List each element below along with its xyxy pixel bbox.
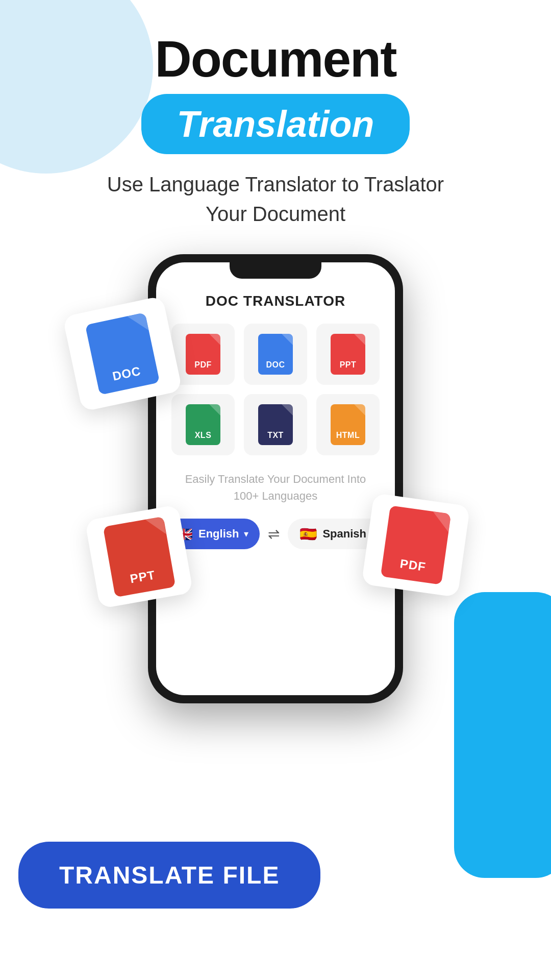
phone-translate-subtitle: Easily Translate Your Document Into 100+…: [171, 471, 380, 504]
phone-frame: DOC TRANSLATOR PDF DOC: [148, 254, 403, 703]
floating-pdf-card: PDF: [361, 493, 470, 598]
file-cell-html[interactable]: HTML: [316, 394, 380, 455]
file-cell-xls[interactable]: XLS: [171, 394, 235, 455]
floating-doc-card: DOC: [62, 296, 182, 411]
file-type-grid: PDF DOC PPT: [171, 324, 380, 455]
xls-icon: XLS: [186, 404, 220, 445]
translate-file-button-label: TRANSLATE FILE: [59, 862, 280, 889]
floating-doc-label: DOC: [111, 364, 142, 384]
source-language-label: English: [198, 527, 239, 541]
pdf-label: PDF: [194, 360, 212, 370]
txt-icon: TXT: [258, 404, 293, 445]
floating-pdf-label: PDF: [399, 556, 427, 574]
source-chevron-icon: ▾: [244, 528, 248, 540]
translation-badge-text: Translation: [177, 104, 374, 144]
xls-label: XLS: [195, 431, 212, 440]
doc-icon: DOC: [258, 334, 293, 375]
file-cell-pdf[interactable]: PDF: [171, 324, 235, 385]
translation-badge: Translation: [141, 94, 410, 154]
phone-screen: DOC TRANSLATOR PDF DOC: [156, 262, 395, 695]
file-cell-doc[interactable]: DOC: [244, 324, 307, 385]
pdf-icon: PDF: [186, 334, 220, 375]
target-language-label: Spanish: [322, 527, 366, 541]
file-cell-ppt[interactable]: PPT: [316, 324, 380, 385]
language-selector-row: 🇬🇧 English ▾ ⇌ 🇪🇸 Spanish ▾: [164, 519, 387, 549]
phone-wrapper: DOC PPT PDF DOC TRANSLATOR: [102, 254, 449, 714]
app-title: DOC TRANSLATOR: [206, 293, 345, 309]
ppt-label: PPT: [340, 360, 357, 370]
doc-label: DOC: [266, 360, 285, 370]
subtitle-text: Use Language Translator to Traslator You…: [87, 169, 464, 229]
phone-notch: [230, 262, 321, 279]
translate-file-button[interactable]: TRANSLATE FILE: [18, 842, 320, 909]
page-title: Document: [155, 31, 396, 87]
html-icon: HTML: [331, 404, 365, 445]
file-cell-txt[interactable]: TXT: [244, 394, 307, 455]
txt-label: TXT: [267, 431, 284, 440]
target-flag: 🇪🇸: [299, 525, 317, 543]
html-label: HTML: [336, 431, 360, 440]
floating-ppt-card: PPT: [85, 504, 193, 608]
ppt-icon: PPT: [331, 334, 365, 375]
swap-languages-icon[interactable]: ⇌: [268, 526, 280, 543]
floating-ppt-label: PPT: [129, 568, 157, 586]
phone-content: DOC TRANSLATOR PDF DOC: [156, 279, 395, 559]
